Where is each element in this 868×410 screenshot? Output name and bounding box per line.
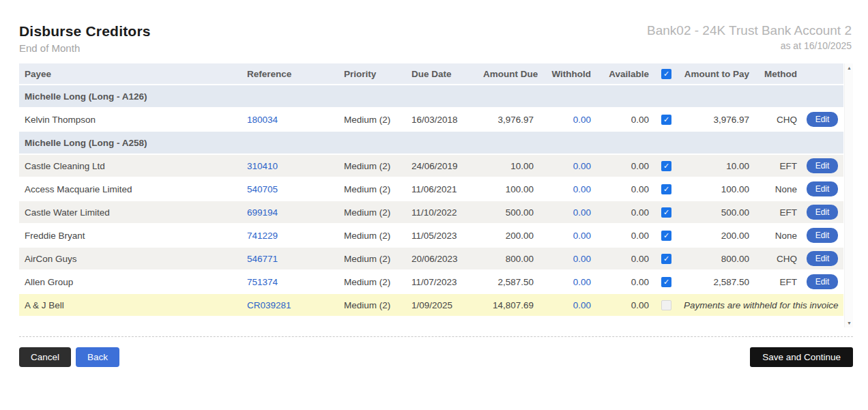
withhold-link[interactable]: 0.00 — [573, 115, 591, 125]
edit-button[interactable]: Edit — [807, 181, 839, 196]
reference-link[interactable]: 751374 — [247, 277, 278, 287]
page-subtitle: End of Month — [19, 42, 151, 54]
due-date-cell: 11/06/2021 — [407, 177, 479, 201]
edit-cell: Edit — [801, 201, 843, 224]
withhold-link[interactable]: 0.00 — [573, 161, 591, 171]
due-date-cell: 24/06/2019 — [407, 154, 479, 177]
available-cell: 0.00 — [595, 154, 653, 177]
reference-cell: 699194 — [243, 201, 340, 224]
due-date-cell: 11/07/2023 — [407, 270, 479, 293]
payee-cell: Allen Group — [19, 270, 243, 293]
method-cell: EFT — [753, 201, 801, 224]
withhold-link[interactable]: 0.00 — [573, 277, 591, 287]
title-block: Disburse Creditors End of Month — [19, 23, 151, 54]
edit-cell: Edit — [801, 154, 843, 177]
table-row: A & J BellCR039281Medium (2)1/09/202514,… — [19, 293, 843, 317]
reference-link[interactable]: 741229 — [247, 231, 278, 241]
table-row: Access Macquarie Limited540705Medium (2)… — [19, 177, 843, 201]
footer-left-buttons: Cancel Back — [19, 347, 119, 367]
row-checkbox[interactable]: ✓ — [661, 277, 671, 287]
withhold-link[interactable]: 0.00 — [573, 184, 591, 194]
group-header-row: Michelle Long (Long - A258) — [19, 131, 843, 154]
scrollbar-down-icon[interactable]: ▼ — [845, 321, 854, 325]
table-scrollbar[interactable]: ▲ ▼ — [844, 63, 853, 327]
cancel-button[interactable]: Cancel — [19, 347, 71, 367]
reference-link[interactable]: 699194 — [247, 207, 278, 218]
reference-link[interactable]: 540705 — [247, 184, 278, 194]
row-checkbox[interactable]: ✓ — [661, 115, 671, 125]
edit-button[interactable]: Edit — [807, 112, 839, 127]
reference-link[interactable]: 310410 — [247, 161, 278, 171]
edit-button[interactable]: Edit — [807, 228, 839, 243]
account-block: Bank02 - 24K Trust Bank Account 2 as at … — [647, 23, 852, 51]
column-header-edit-spacer — [801, 63, 843, 85]
save-and-continue-button[interactable]: Save and Continue — [750, 347, 853, 367]
priority-cell: Medium (2) — [340, 224, 407, 247]
checkbox-cell: ✓ — [653, 247, 680, 270]
amount-to-pay-cell: 100.00 — [680, 177, 753, 201]
select-all-checkbox[interactable]: ✓ — [661, 69, 671, 79]
available-cell: 0.00 — [595, 177, 653, 201]
edit-button[interactable]: Edit — [807, 158, 839, 173]
edit-button[interactable]: Edit — [807, 251, 839, 266]
row-checkbox[interactable]: ✓ — [661, 184, 671, 194]
column-header-available: Available — [595, 63, 653, 85]
table-row: Kelvin Thompson180034Medium (2)16/03/201… — [19, 108, 843, 131]
edit-button[interactable]: Edit — [807, 274, 839, 289]
reference-cell: 540705 — [243, 177, 340, 201]
edit-button[interactable]: Edit — [807, 205, 839, 220]
table-row: Allen Group751374Medium (2)11/07/20232,5… — [19, 270, 843, 293]
amount-to-pay-cell: 3,976.97 — [680, 108, 753, 131]
available-cell: 0.00 — [595, 247, 653, 270]
footer-actions: Cancel Back Save and Continue — [19, 347, 853, 367]
due-date-cell: 20/06/2023 — [407, 247, 479, 270]
withhold-link[interactable]: 0.00 — [573, 207, 591, 218]
column-header-reference: Reference — [243, 63, 340, 85]
payee-cell: AirCon Guys — [19, 247, 243, 270]
column-header-due-date: Due Date — [407, 63, 479, 85]
table-row: Castle Water Limited699194Medium (2)11/1… — [19, 201, 843, 224]
method-cell: None — [753, 177, 801, 201]
scrollbar-up-icon[interactable]: ▲ — [845, 65, 854, 70]
checkbox-cell: ✓ — [653, 177, 680, 201]
reference-cell: CR039281 — [243, 293, 340, 317]
account-as-at-date: as at 16/10/2025 — [647, 40, 852, 51]
footer-divider — [19, 336, 853, 337]
withhold-link[interactable]: 0.00 — [573, 254, 591, 264]
priority-cell: Medium (2) — [340, 293, 407, 317]
reference-cell: 741229 — [243, 224, 340, 247]
withhold-link[interactable]: 0.00 — [573, 231, 591, 241]
withhold-cell: 0.00 — [538, 201, 595, 224]
due-date-cell: 1/09/2025 — [407, 293, 479, 317]
table-row: Freddie Bryant741229Medium (2)11/05/2023… — [19, 224, 843, 247]
withhold-link[interactable]: 0.00 — [573, 300, 591, 310]
checkbox-cell: ✓ — [653, 224, 680, 247]
due-date-cell: 11/05/2023 — [407, 224, 479, 247]
withhold-cell: 0.00 — [538, 247, 595, 270]
creditors-table-wrap: Payee Reference Priority Due Date Amount… — [19, 63, 853, 317]
reference-cell: 546771 — [243, 247, 340, 270]
column-header-withhold: Withhold — [538, 63, 595, 85]
reference-link[interactable]: CR039281 — [247, 300, 291, 310]
method-cell: CHQ — [753, 247, 801, 270]
row-checkbox[interactable]: ✓ — [661, 231, 671, 241]
withheld-message: Payments are withheld for this invoice — [680, 293, 843, 317]
payee-cell: Castle Water Limited — [19, 201, 243, 224]
amount-to-pay-cell: 500.00 — [680, 201, 753, 224]
amount-due-cell: 2,587.50 — [479, 270, 538, 293]
row-checkbox[interactable]: ✓ — [661, 161, 671, 171]
row-checkbox[interactable]: ✓ — [661, 207, 671, 218]
row-checkbox[interactable]: ✓ — [661, 254, 671, 264]
group-header-label: Michelle Long (Long - A258) — [19, 131, 843, 154]
withhold-cell: 0.00 — [538, 177, 595, 201]
method-cell: CHQ — [753, 108, 801, 131]
back-button[interactable]: Back — [76, 347, 119, 367]
reference-link[interactable]: 180034 — [247, 115, 278, 125]
amount-due-cell: 800.00 — [479, 247, 538, 270]
reference-link[interactable]: 546771 — [247, 254, 278, 264]
priority-cell: Medium (2) — [340, 270, 407, 293]
creditors-table: Payee Reference Priority Due Date Amount… — [19, 63, 843, 317]
checkbox-cell: ✓ — [653, 154, 680, 177]
table-row: Castle Cleaning Ltd310410Medium (2)24/06… — [19, 154, 843, 177]
withhold-cell: 0.00 — [538, 270, 595, 293]
